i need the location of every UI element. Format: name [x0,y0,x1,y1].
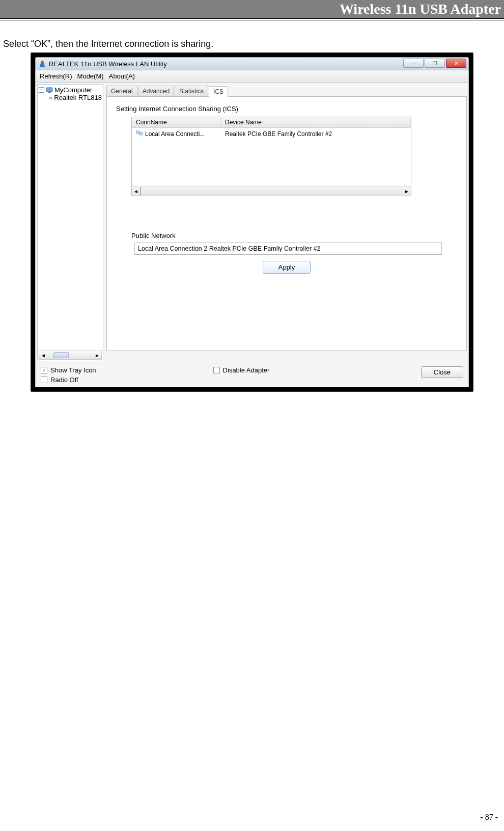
tree-child-label: Realtek RTL818 [54,94,102,101]
listview-hscrollbar[interactable]: ◄ ► [132,186,411,196]
tab-statistics[interactable]: Statistics [175,86,208,96]
window-close-button[interactable]: ✕ [446,59,466,68]
menu-mode[interactable]: Mode(M) [77,72,104,80]
close-icon: ✕ [454,60,459,67]
svg-rect-5 [139,132,143,135]
menu-about[interactable]: About(A) [109,72,135,80]
tab-advanced[interactable]: Advanced [138,86,174,96]
window-maximize-button[interactable]: ☐ [425,59,445,68]
listview-header: ConnName Device Name [132,117,411,128]
doc-body-text: Select “OK”, then the Internet connectio… [3,39,504,49]
adapter-icon [49,94,52,101]
window-minimize-button[interactable]: — [403,59,424,68]
scroll-right-icon[interactable]: ► [93,351,101,359]
menubar: Refresh(R) Mode(M) About(A) [35,70,469,83]
maximize-icon: ☐ [432,60,437,67]
doc-header-title: Wireless 11n USB Adapter [340,1,501,17]
tabstrip: General Advanced Statistics ICS [106,84,467,96]
checkbox-icon: ✓ [41,367,47,373]
scroll-thumb[interactable] [140,187,141,196]
checkbox-icon [213,367,220,373]
tree-collapse-icon[interactable]: − [39,87,44,93]
page-number: - 87 - [480,813,498,822]
content-pane: General Advanced Statistics ICS Setting … [105,83,468,363]
app-window-frame: REALTEK 11n USB Wireless LAN Utility — ☐… [31,52,473,392]
svg-rect-1 [46,88,52,92]
tab-general[interactable]: General [106,86,137,96]
scroll-thumb[interactable] [53,352,69,358]
col-connname[interactable]: ConnName [132,117,221,127]
public-network-value[interactable]: Local Area Connection 2 Realtek PCIe GBE… [134,243,442,255]
show-tray-label: Show Tray Icon [50,366,96,374]
tree-root-row[interactable]: − MyComputer [39,86,102,94]
show-tray-checkbox[interactable]: ✓ Show Tray Icon [41,366,96,374]
network-icon [136,129,143,138]
svg-rect-3 [49,97,52,99]
radio-off-checkbox[interactable]: Radio Off [41,376,96,384]
computer-icon [46,87,53,94]
cell-devicename: Realtek PCIe GBE Family Controller #2 [225,130,332,138]
menu-refresh[interactable]: Refresh(R) [40,72,72,80]
bottom-bar: ✓ Show Tray Icon Radio Off Disable Adapt… [36,363,468,387]
disable-adapter-checkbox[interactable]: Disable Adapter [213,366,270,374]
tree-pane: − MyComputer Realtek RTL818 ◄ [37,84,103,361]
col-devicename[interactable]: Device Name [221,117,411,127]
public-network-label: Public Network [131,232,457,239]
scroll-right-icon[interactable]: ► [403,189,411,194]
checkbox-icon [41,377,47,383]
connections-listview: ConnName Device Name [131,117,411,196]
tree-hscrollbar[interactable]: ◄ ► [39,351,102,360]
close-button[interactable]: Close [421,366,463,378]
disable-adapter-label: Disable Adapter [223,366,270,374]
scroll-left-icon[interactable]: ◄ [39,351,47,359]
tree-root-label: MyComputer [54,86,92,94]
svg-rect-4 [136,131,139,133]
cell-connname: Local Area Connecti... [145,130,205,138]
doc-header-rule [0,18,504,20]
scroll-left-icon[interactable]: ◄ [132,189,140,194]
list-row[interactable]: Local Area Connecti... Realtek PCIe GBE … [132,128,411,140]
window-title: REALTEK 11n USB Wireless LAN Utility [49,60,167,68]
tab-ics[interactable]: ICS [209,86,228,97]
svg-rect-2 [48,92,51,93]
tree-child-row[interactable]: Realtek RTL818 [39,94,102,101]
app-icon [38,60,46,68]
radio-off-label: Radio Off [50,376,78,384]
tab-body-ics: Setting Internet Connection Sharing (ICS… [106,96,467,351]
apply-button[interactable]: Apply [263,261,311,274]
minimize-icon: — [411,60,416,66]
window-titlebar: REALTEK 11n USB Wireless LAN Utility — ☐… [35,57,469,70]
ics-heading: Setting Internet Connection Sharing (ICS… [116,105,457,113]
doc-header: Wireless 11n USB Adapter [0,0,504,18]
